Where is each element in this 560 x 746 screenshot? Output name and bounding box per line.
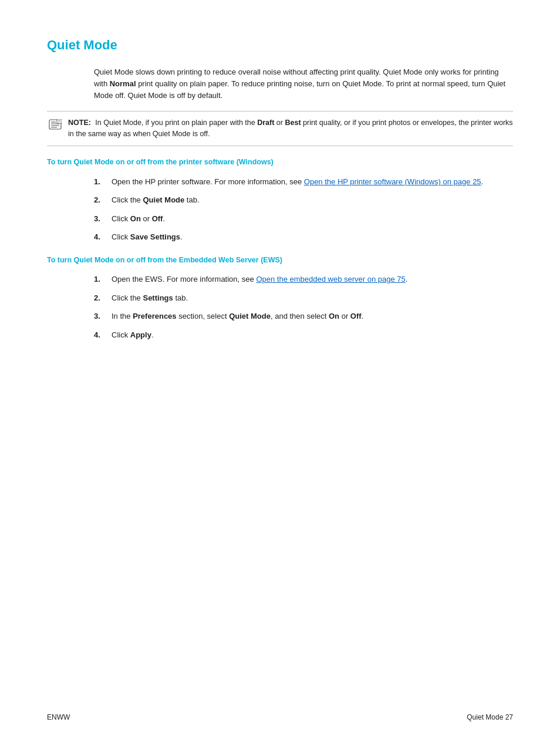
step-content: Open the HP printer software. For more i… <box>112 176 513 188</box>
step-number: 3. <box>94 213 112 225</box>
step-content: Click Save Settings. <box>112 231 513 243</box>
save-settings-label: Save Settings <box>130 232 180 241</box>
list-item: 2. Click the Settings tab. <box>94 292 513 304</box>
section1-list: 1. Open the HP printer software. For mor… <box>94 176 513 243</box>
page-container: Quiet Mode Quiet Mode slows down printin… <box>0 0 560 746</box>
footer-enww: ENWW <box>47 712 70 723</box>
list-item: 2. Click the Quiet Mode tab. <box>94 194 513 206</box>
intro-paragraph: Quiet Mode slows down printing to reduce… <box>94 66 513 102</box>
section2-heading: To turn Quiet Mode on or off from the Em… <box>47 255 513 266</box>
step-number: 1. <box>94 274 112 285</box>
step-number: 4. <box>94 329 112 341</box>
step-number: 2. <box>94 194 112 206</box>
on-label2: On <box>329 312 339 320</box>
list-item: 4. Click Apply. <box>94 329 513 341</box>
section1-heading: To turn Quiet Mode on or off from the pr… <box>47 157 513 168</box>
page-footer: ENWW Quiet Mode 27 <box>47 712 513 723</box>
on-label: On <box>130 214 141 223</box>
note-label: NOTE: <box>68 119 91 127</box>
step-number: 1. <box>94 176 112 188</box>
step-content: In the Preferences section, select Quiet… <box>112 310 513 322</box>
list-item: 4. Click Save Settings. <box>94 231 513 243</box>
quiet-mode-label: Quiet Mode <box>143 195 184 204</box>
intro-bold-normal: Normal <box>110 79 136 88</box>
ews-link[interactable]: Open the embedded web server on page 75 <box>256 275 405 283</box>
note-box: NOTE: In Quiet Mode, if you print on pla… <box>47 111 513 146</box>
section2-list: 1. Open the EWS. For more information, s… <box>94 274 513 340</box>
quiet-mode-label2: Quiet Mode <box>229 312 271 320</box>
printer-software-link[interactable]: Open the HP printer software (Windows) o… <box>304 177 481 186</box>
off-label: Off <box>152 214 163 223</box>
step-content: Open the EWS. For more information, see … <box>112 274 513 285</box>
step-content: Click the Quiet Mode tab. <box>112 194 513 206</box>
note-bold-draft: Draft <box>257 119 274 127</box>
list-item: 3. Click On or Off. <box>94 213 513 225</box>
note-content: NOTE: In Quiet Mode, if you print on pla… <box>68 117 513 140</box>
step-content: Click Apply. <box>112 329 513 341</box>
apply-label: Apply <box>130 330 151 339</box>
note-bold-best: Best <box>285 119 301 127</box>
step-number: 4. <box>94 231 112 243</box>
footer-page-info: Quiet Mode 27 <box>467 712 513 723</box>
list-item: 1. Open the EWS. For more information, s… <box>94 274 513 285</box>
settings-label: Settings <box>143 293 173 302</box>
page-title: Quiet Mode <box>47 35 513 55</box>
step-content: Click the Settings tab. <box>112 292 513 304</box>
off-label2: Off <box>350 312 362 320</box>
step-number: 2. <box>94 292 112 304</box>
note-icon <box>47 118 63 131</box>
preferences-label: Preferences <box>133 312 176 320</box>
step-number: 3. <box>94 310 112 322</box>
list-item: 3. In the Preferences section, select Qu… <box>94 310 513 322</box>
list-item: 1. Open the HP printer software. For mor… <box>94 176 513 188</box>
step-content: Click On or Off. <box>112 213 513 225</box>
